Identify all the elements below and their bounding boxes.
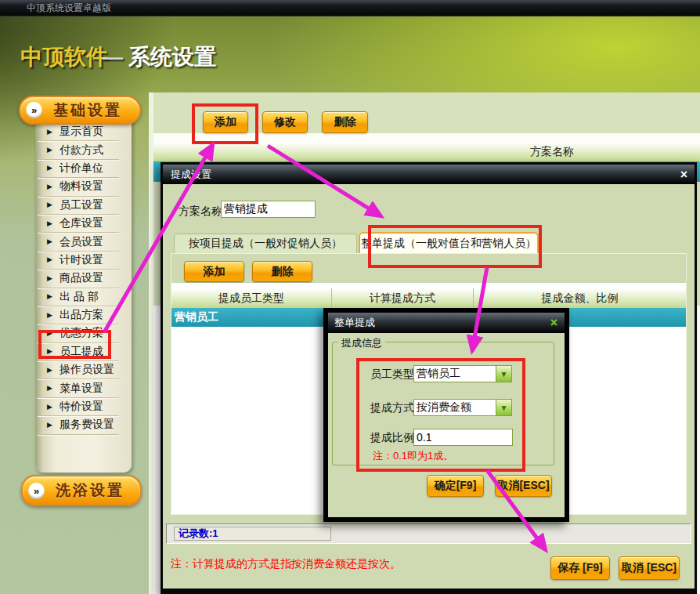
modal-title: 整单提成 — [334, 316, 375, 330]
column-employee-type: 提成员工类型 — [171, 288, 332, 308]
bullet-icon: ▶ — [47, 348, 52, 355]
page-title: 系统设置 — [128, 42, 216, 72]
bullet-icon: ▶ — [47, 330, 52, 337]
close-icon[interactable]: × — [680, 168, 687, 181]
sidebar-item-goods[interactable]: ▶商品设置 — [38, 270, 119, 288]
sidebar-item-menu[interactable]: ▶菜单设置 — [38, 379, 119, 397]
dialog-cancel-button[interactable]: 取消 [ESC] — [619, 556, 680, 580]
bullet-icon: ▶ — [47, 404, 52, 411]
window-title: 中顶系统设置卓越版 — [27, 2, 111, 15]
sidebar-item-label: 出品方案 — [60, 308, 103, 322]
tab-by-item-commission[interactable]: 按项目提成（一般对促销人员） — [174, 234, 357, 253]
sidebar-item-timing[interactable]: ▶计时设置 — [38, 252, 119, 270]
ok-button[interactable]: 确定[F9] — [427, 475, 484, 497]
bullet-icon: ▶ — [47, 385, 52, 392]
sidebar-item-label: 操作员设置 — [60, 363, 114, 377]
modify-button[interactable]: 修改 — [262, 111, 308, 133]
bullet-icon: ▶ — [47, 129, 52, 136]
dialog-add-button[interactable]: 添加 — [184, 261, 244, 282]
employee-type-value: 营销员工 — [414, 367, 496, 381]
sidebar-item-display-home[interactable]: ▶显示首页 — [38, 123, 119, 141]
sidebar-item-label: 显示首页 — [60, 125, 103, 139]
sidebar-item-production-plan[interactable]: ▶出品方案 — [38, 306, 119, 324]
bullet-icon: ▶ — [47, 201, 52, 208]
dialog-note: 注：计算提成的方式是指按消费金额还是按次。 — [171, 557, 401, 571]
sidebar-item-discount-plan[interactable]: ▶优惠方案 — [38, 324, 119, 342]
bullet-icon: ▶ — [47, 147, 52, 154]
employee-type-label: 员工类型 — [370, 368, 414, 382]
sidebar-item-unit[interactable]: ▶计价单位 — [38, 160, 119, 178]
bullet-icon: ▶ — [47, 238, 52, 245]
sidebar-item-label: 员工提成 — [60, 345, 103, 359]
bath-settings-label: 洗浴设置 — [56, 480, 124, 501]
scheme-name-input[interactable] — [221, 201, 316, 218]
commission-ratio-label: 提成比例 — [370, 431, 414, 445]
sidebar-item-staff[interactable]: ▶员工设置 — [38, 197, 119, 215]
window-titlebar: 中顶系统设置卓越版 — [0, 0, 700, 16]
sidebar-item-payment[interactable]: ▶付款方式 — [38, 141, 119, 159]
sidebar-item-label: 物料设置 — [60, 179, 103, 194]
bath-settings-button[interactable]: » 洗浴设置 — [21, 475, 142, 506]
bullet-icon: ▶ — [47, 220, 52, 227]
sidebar-item-label: 服务费设置 — [60, 418, 114, 432]
sidebar-item-label: 出 品 部 — [60, 290, 99, 304]
screen: 中顶系统设置卓越版 中顶软件 — 系统设置 ▶显示首页 ▶付款方式 ▶计价单位 … — [0, 0, 700, 594]
sidebar-item-label: 计时设置 — [60, 253, 103, 267]
sidebar-item-warehouse[interactable]: ▶仓库设置 — [38, 215, 119, 233]
sidebar-item-member[interactable]: ▶会员设置 — [38, 233, 119, 251]
dialog-title: 提成设置 — [171, 168, 211, 182]
brand-logo: 中顶软件 — [20, 42, 108, 72]
commission-table-header: 提成员工类型 计算提成方式 提成金额、比例 — [171, 288, 686, 308]
sidebar-menu: ▶显示首页 ▶付款方式 ▶计价单位 ▶物料设置 ▶员工设置 ▶仓库设置 ▶会员设… — [38, 123, 119, 435]
brand-dash: — — [103, 45, 123, 70]
modal-titlebar: 整单提成 × — [328, 313, 565, 333]
commission-method-label: 提成方式 — [370, 401, 414, 415]
base-settings-button[interactable]: » 基础设置 — [19, 96, 141, 125]
bullet-icon: ▶ — [47, 312, 52, 319]
commission-ratio-input[interactable] — [413, 429, 513, 446]
double-arrow-icon: » — [28, 483, 45, 499]
sidebar-item-material[interactable]: ▶物料设置 — [38, 178, 119, 196]
bullet-icon: ▶ — [47, 293, 52, 300]
sidebar-item-label: 商品设置 — [60, 271, 103, 285]
tab-whole-order-commission[interactable]: 整单提成（一般对值台和营销人员） — [359, 232, 539, 253]
sidebar-item-production-dept[interactable]: ▶出 品 部 — [38, 288, 119, 306]
bullet-icon: ▶ — [47, 165, 52, 172]
add-button[interactable]: 添加 — [203, 111, 248, 133]
sidebar-item-label: 菜单设置 — [60, 382, 103, 396]
sidebar-item-special-price[interactable]: ▶特价设置 — [38, 398, 119, 416]
modal-note: 注：0.1即为1成。 — [373, 449, 453, 463]
modal-cancel-button[interactable]: 取消[ESC] — [495, 475, 552, 497]
bullet-icon: ▶ — [47, 256, 52, 263]
sidebar-item-staff-commission[interactable]: ▶员工提成 — [38, 343, 119, 361]
dialog-titlebar: 提成设置 × — [163, 165, 695, 184]
close-icon[interactable]: × — [550, 317, 557, 329]
save-button[interactable]: 保存 [F9] — [550, 556, 610, 580]
chevron-down-icon[interactable]: ▼ — [496, 366, 511, 382]
bullet-icon: ▶ — [47, 422, 52, 429]
scheme-name-label: 方案名称 — [179, 205, 222, 219]
bullet-icon: ▶ — [47, 275, 52, 282]
delete-button[interactable]: 删除 — [322, 111, 368, 133]
sidebar-item-label: 员工设置 — [60, 198, 103, 212]
employee-type-select[interactable]: 营销员工 ▼ — [413, 365, 512, 382]
sidebar-item-label: 特价设置 — [60, 400, 103, 414]
sidebar-item-label: 会员设置 — [60, 235, 103, 249]
column-calc-method: 计算提成方式 — [332, 288, 474, 308]
sidebar-item-label: 仓库设置 — [60, 216, 103, 230]
sidebar-item-service-fee[interactable]: ▶服务费设置 — [38, 416, 119, 434]
record-count: 记录数:1 — [174, 527, 331, 541]
sidebar-item-operator[interactable]: ▶操作员设置 — [38, 361, 119, 379]
main-table-header: 方案名称 — [153, 142, 700, 161]
bullet-icon: ▶ — [47, 367, 52, 374]
commission-info-legend: 提成信息 — [338, 336, 385, 350]
base-settings-label: 基础设置 — [53, 100, 122, 121]
bullet-icon: ▶ — [47, 183, 52, 190]
commission-method-select[interactable]: 按消费金额 ▼ — [413, 399, 512, 416]
sidebar-item-label: 付款方式 — [60, 143, 103, 158]
chevron-down-icon[interactable]: ▼ — [496, 400, 511, 415]
dialog-delete-button[interactable]: 删除 — [252, 261, 312, 282]
double-arrow-icon: » — [26, 102, 42, 118]
sidebar-item-label: 优惠方案 — [60, 326, 103, 340]
sidebar-item-label: 计价单位 — [60, 161, 103, 176]
